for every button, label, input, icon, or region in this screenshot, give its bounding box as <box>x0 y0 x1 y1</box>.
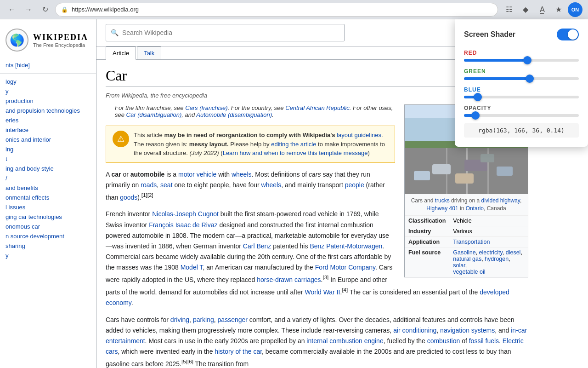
sidebar-logo: 🌎 WIKIPEDIA The Free Encyclopedia <box>0 24 96 59</box>
sidebar-item-2[interactable]: production <box>0 96 96 106</box>
green-slider-track[interactable] <box>464 77 579 80</box>
car-history-link[interactable]: history of the car <box>215 348 262 355</box>
motor-vehicle-link[interactable]: motor vehicle <box>178 171 216 178</box>
sidebar-item-0[interactable]: logy <box>0 77 96 86</box>
toggle-switch[interactable] <box>557 29 579 40</box>
driving-link[interactable]: driving <box>170 316 189 323</box>
svg-rect-11 <box>455 173 474 184</box>
bookmark-icon-button[interactable]: ★ <box>551 2 566 17</box>
horse-drawn-link[interactable]: horse-drawn carriages <box>257 276 321 283</box>
sidebar-item-5[interactable]: interface <box>0 125 96 135</box>
infobox-trucks-link[interactable]: trucks <box>435 197 450 204</box>
sidebar-item-9[interactable]: ing and body style <box>0 164 96 173</box>
sidebar-item-15[interactable]: onomous car <box>0 222 96 231</box>
natural-gas-link[interactable]: natural gas <box>453 256 481 262</box>
sidebar-item-8[interactable]: t <box>0 154 96 164</box>
model-t-link[interactable]: Model T <box>181 264 203 271</box>
sidebar-item-16[interactable]: n source development <box>0 231 96 241</box>
infobox-label-application: Application <box>405 236 449 247</box>
grid-icon-button[interactable]: ☷ <box>502 2 516 17</box>
rgba-display: rgba(163, 166, 36, 0.14) <box>464 123 579 138</box>
sidebar-item-11[interactable]: and benefits <box>0 183 96 193</box>
infobox-divided-highway-link[interactable]: divided highway <box>481 197 520 204</box>
blue-slider-label: BLUE <box>464 86 579 93</box>
search-input[interactable] <box>122 29 339 36</box>
back-button[interactable]: ← <box>6 3 18 16</box>
fossil-fuels-link[interactable]: fossil fuels <box>469 337 499 345</box>
blue-slider-track[interactable] <box>464 96 579 98</box>
red-slider-track[interactable] <box>464 59 579 62</box>
combustion-link[interactable]: combustion <box>427 337 460 345</box>
extension-icon-button[interactable]: ◆ <box>518 2 533 17</box>
infobox-row-fuel: Fuel source Gasoline, electricity, diese… <box>405 247 528 277</box>
infobox-highway401-link[interactable]: Highway 401 <box>426 205 458 212</box>
sidebar-item-18[interactable]: y <box>0 251 96 260</box>
roads-link[interactable]: roads <box>141 181 157 189</box>
remove-template-link[interactable]: Learn how and when to remove this templa… <box>223 150 368 156</box>
translate-icon-button[interactable]: A̲ <box>535 2 549 17</box>
ice-link[interactable]: internal combustion engine <box>306 337 383 345</box>
sidebar-item-17[interactable]: sharing <box>0 241 96 251</box>
layout-guidelines-link[interactable]: layout guidelines <box>337 132 381 138</box>
sidebar-divider-top <box>0 74 96 74</box>
reload-button[interactable]: ↻ <box>39 3 51 16</box>
search-icon: 🔍 <box>111 29 119 36</box>
cars-franchise-link[interactable]: Cars (franchise) <box>185 104 227 111</box>
infobox-row-application: Application Transportation <box>405 236 528 247</box>
ac-link[interactable]: air conditioning <box>393 327 436 334</box>
diesel-link[interactable]: diesel <box>506 249 521 256</box>
editing-article-link[interactable]: editing the article <box>271 141 316 148</box>
sidebar-item-1[interactable]: y <box>0 86 96 96</box>
goods-link[interactable]: goods <box>120 193 137 201</box>
benz-link[interactable]: Carl Benz <box>243 242 271 250</box>
screen-shader-extension-badge[interactable]: ON <box>568 2 582 17</box>
vegetable-oil-link[interactable]: vegetable oil <box>453 269 485 275</box>
tab-talk[interactable]: Talk <box>137 46 161 59</box>
tab-article[interactable]: Article <box>106 46 136 60</box>
wheels-link-1[interactable]: wheels <box>232 171 252 178</box>
green-slider-label: GREEN <box>464 68 579 75</box>
sidebar-item-3[interactable]: and propulsion technologies <box>0 106 96 115</box>
ford-link[interactable]: Ford Motor Company <box>315 264 375 271</box>
electricity-link[interactable]: electricity <box>479 249 503 256</box>
automobile-disambiguation-link[interactable]: Automobile (disambiguation) <box>196 111 272 118</box>
hydrogen-link[interactable]: hydrogen <box>485 256 509 262</box>
solar-link[interactable]: solar <box>453 262 465 269</box>
passenger-link[interactable]: passenger <box>218 316 248 323</box>
opacity-slider-thumb[interactable] <box>471 111 480 120</box>
sidebar-item-7[interactable]: ing <box>0 144 96 154</box>
red-slider-thumb[interactable] <box>523 56 531 64</box>
sidebar-item-13[interactable]: l issues <box>0 202 96 212</box>
opacity-slider-track[interactable] <box>464 114 579 117</box>
sidebar-item-14[interactable]: ging car technologies <box>0 212 96 222</box>
central-africa-link[interactable]: Central African Republic <box>285 104 350 111</box>
forward-button[interactable]: → <box>22 3 35 16</box>
sidebar-item-6[interactable]: onics and interior <box>0 135 96 144</box>
sidebar: 🌎 WIKIPEDIA The Free Encyclopedia nts [h… <box>0 19 96 368</box>
sidebar-item-10[interactable]: / <box>0 173 96 183</box>
infobox-label-classification: Classification <box>405 215 449 226</box>
infobox-row-classification: Classification Vehicle <box>405 215 528 226</box>
wheels-link-2[interactable]: wheels <box>261 181 282 189</box>
car-disambiguation-link[interactable]: Car (disambiguation) <box>126 111 182 118</box>
cugnot-link[interactable]: Nicolas-Joseph Cugnot <box>152 210 219 218</box>
seat-link[interactable]: seat <box>160 181 172 189</box>
rivaz-link[interactable]: François Isaac de Rivaz <box>149 221 217 229</box>
svg-rect-6 <box>432 164 451 174</box>
toc-hide-link[interactable]: nts [hide] <box>6 62 30 69</box>
gasoline-link[interactable]: Gasoline <box>453 249 475 256</box>
blue-slider-thumb[interactable] <box>474 93 482 101</box>
address-bar[interactable]: 🔒 https://www.wikipedia.org <box>55 3 498 17</box>
patent-motorwagen-link[interactable]: Benz Patent-Motorwagen <box>310 242 382 250</box>
green-slider-thumb[interactable] <box>526 75 534 83</box>
people-link[interactable]: people <box>345 181 364 189</box>
wiki-name-block: WIKIPEDIA The Free Encyclopedia <box>33 33 88 48</box>
ww2-link[interactable]: World War II <box>305 288 340 295</box>
sidebar-item-4[interactable]: eries <box>0 115 96 125</box>
infobox-transportation-link[interactable]: Transportation <box>453 239 490 245</box>
sidebar-nav: logy y production and propulsion technol… <box>0 77 96 264</box>
infobox-ontario-link[interactable]: Ontario <box>466 205 484 212</box>
parking-link[interactable]: parking <box>193 316 214 323</box>
nav-link[interactable]: navigation systems <box>440 327 495 334</box>
sidebar-item-12[interactable]: onmental effects <box>0 193 96 202</box>
